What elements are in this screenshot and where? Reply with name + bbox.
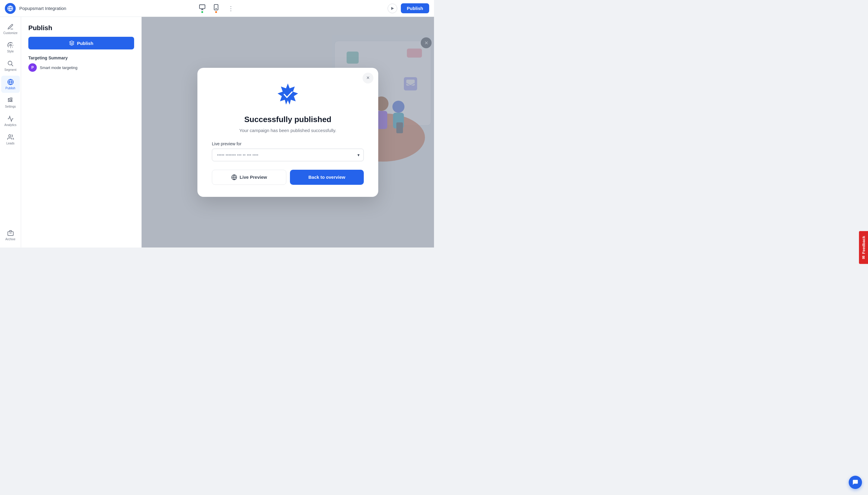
svg-marker-4 bbox=[391, 7, 394, 10]
sidebar-item-publish[interactable]: Publish bbox=[1, 76, 20, 93]
sidebar-label-analytics: Analytics bbox=[4, 123, 16, 126]
back-to-overview-button[interactable]: Back to overview bbox=[290, 170, 364, 185]
desktop-status-dot bbox=[201, 11, 203, 13]
modal-close-button[interactable]: × bbox=[363, 73, 374, 84]
device-switcher: ⋮ bbox=[198, 3, 236, 14]
sidebar-label-customize: Customize bbox=[3, 31, 17, 35]
modal-subtitle: Your campaign has been published success… bbox=[239, 128, 336, 133]
sidebar-item-analytics[interactable]: Analytics bbox=[1, 113, 20, 130]
sidebar-label-publish: Publish bbox=[5, 86, 15, 90]
sidebar-item-style[interactable]: Style bbox=[1, 39, 20, 56]
url-select-wrapper: ••••• ••••••• ••• •• ••• •••• ▾ bbox=[212, 149, 364, 161]
sidebar-item-archive[interactable]: Archive bbox=[1, 227, 20, 244]
sidebar-item-settings[interactable]: Settings bbox=[1, 94, 20, 111]
panel-title: Publish bbox=[28, 24, 134, 32]
live-preview-label: Live preview for bbox=[212, 141, 241, 146]
left-panel: Publish Publish Targeting Summary P Smar… bbox=[21, 17, 142, 248]
modal-title: Successfully published bbox=[244, 115, 331, 124]
sidebar-item-segment[interactable]: Segment bbox=[1, 57, 20, 74]
sidebar-item-customize[interactable]: Customize bbox=[1, 20, 20, 38]
targeting-item-label: Smart mode targeting bbox=[40, 65, 77, 70]
main-content: ✕ × Successfully published bbox=[142, 17, 434, 248]
targeting-item-icon: P bbox=[28, 63, 37, 72]
sidebar-label-leads: Leads bbox=[6, 142, 15, 145]
mobile-device-btn[interactable] bbox=[212, 3, 221, 14]
sidebar-label-segment: Segment bbox=[4, 68, 16, 71]
svg-rect-9 bbox=[7, 232, 13, 236]
main-layout: Customize Style Segment Publish bbox=[0, 17, 434, 248]
modal-overlay: × Successfully published Your campaign h… bbox=[142, 17, 434, 248]
app-logo[interactable] bbox=[5, 3, 16, 14]
svg-rect-1 bbox=[199, 4, 205, 8]
desktop-device-btn[interactable] bbox=[198, 3, 207, 14]
more-options-icon[interactable]: ⋮ bbox=[225, 4, 236, 13]
success-modal: × Successfully published Your campaign h… bbox=[197, 68, 378, 197]
live-preview-btn-label: Live Preview bbox=[240, 174, 267, 180]
svg-point-5 bbox=[10, 44, 12, 46]
publish-main-button[interactable]: Publish bbox=[28, 37, 134, 49]
modal-actions: Live Preview Back to overview bbox=[212, 170, 364, 185]
header-actions: Publish bbox=[387, 3, 429, 13]
sidebar-label-settings: Settings bbox=[5, 105, 16, 108]
live-preview-button[interactable]: Live Preview bbox=[212, 170, 286, 185]
targeting-item: P Smart mode targeting bbox=[28, 63, 134, 72]
header: Popupsmart Integration ⋮ Publish bbox=[0, 0, 434, 17]
sidebar-item-leads[interactable]: Leads bbox=[1, 131, 20, 148]
sidebar: Customize Style Segment Publish bbox=[0, 17, 21, 248]
mobile-status-dot bbox=[215, 11, 217, 13]
success-badge bbox=[276, 82, 300, 108]
svg-point-7 bbox=[10, 100, 12, 101]
url-select[interactable]: ••••• ••••••• ••• •• ••• •••• bbox=[212, 149, 364, 161]
play-button[interactable] bbox=[387, 4, 397, 13]
svg-point-8 bbox=[8, 135, 11, 137]
sidebar-label-archive: Archive bbox=[5, 238, 15, 241]
sidebar-label-style: Style bbox=[7, 50, 14, 53]
header-publish-button[interactable]: Publish bbox=[401, 3, 429, 13]
publish-btn-label: Publish bbox=[77, 41, 93, 46]
svg-point-3 bbox=[216, 8, 216, 9]
targeting-summary-title: Targeting Summary bbox=[28, 55, 134, 60]
